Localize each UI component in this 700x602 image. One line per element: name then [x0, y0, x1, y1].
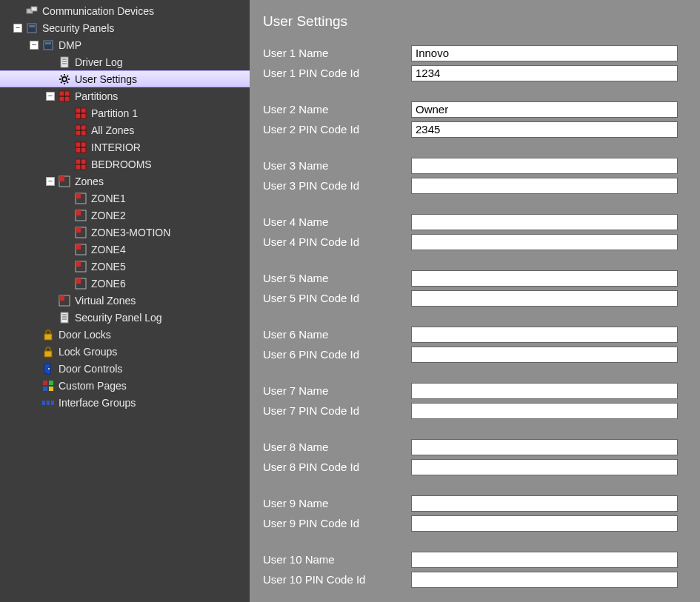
user-name-input[interactable]	[411, 270, 678, 287]
user-block: User 7 NameUser 7 PIN Code Id	[263, 381, 685, 421]
user-name-label: User 4 Name	[263, 215, 411, 228]
user-pin-input[interactable]	[411, 572, 678, 588]
tree-item[interactable]: ZONE5	[0, 258, 250, 275]
user-name-label: User 2 Name	[263, 103, 411, 116]
user-name-input[interactable]	[411, 439, 678, 455]
user-block: User 4 NameUser 4 PIN Code Id	[263, 212, 685, 252]
field-row: User 7 PIN Code Id	[263, 401, 685, 421]
user-pin-input[interactable]	[411, 65, 678, 81]
user-pin-label: User 7 PIN Code Id	[263, 404, 411, 417]
zone-icon	[75, 261, 87, 272]
toggle-spacer	[46, 58, 55, 67]
collapse-toggle-icon[interactable]: −	[46, 177, 55, 186]
gear-icon	[59, 73, 70, 85]
log-icon	[59, 56, 70, 68]
tree-item[interactable]: −Security Panels	[0, 19, 250, 36]
tree-item[interactable]: INTERIOR	[0, 138, 250, 155]
user-pin-input[interactable]	[411, 290, 678, 307]
user-pin-input[interactable]	[411, 234, 678, 250]
sidebar-tree: Communication Devices−Security Panels−DM…	[0, 0, 250, 602]
user-pin-label: User 1 PIN Code Id	[263, 67, 411, 79]
tree-item[interactable]: Door Locks	[0, 326, 250, 343]
tree-item[interactable]: Custom Pages	[0, 377, 250, 394]
collapse-toggle-icon[interactable]: −	[13, 24, 22, 33]
tree-item-label: INTERIOR	[91, 141, 250, 153]
tree-item[interactable]: Door Controls	[0, 360, 250, 377]
toggle-spacer	[30, 330, 39, 339]
user-name-label: User 6 Name	[263, 328, 411, 341]
collapse-toggle-icon[interactable]: −	[46, 92, 55, 101]
zone-icon	[59, 295, 70, 307]
field-row: User 10 Name	[263, 549, 685, 569]
tree-item[interactable]: ZONE1	[0, 190, 250, 207]
tree-item-label: ZONE3-MOTION	[91, 227, 250, 238]
interface-icon	[42, 397, 54, 409]
tree-item[interactable]: Communication Devices	[0, 2, 250, 19]
user-name-input[interactable]	[411, 495, 678, 512]
tree-item-label: Driver Log	[75, 56, 250, 68]
panel-icon	[26, 22, 38, 34]
toggle-spacer	[30, 398, 39, 407]
user-name-input[interactable]	[411, 552, 678, 568]
user-pin-input[interactable]	[411, 347, 678, 363]
user-block: User 1 NameUser 1 PIN Code Id	[263, 43, 685, 83]
tree-item[interactable]: −DMP	[0, 36, 250, 53]
tree-item[interactable]: Security Panel Log	[0, 309, 250, 326]
tree-item[interactable]: ZONE4	[0, 241, 250, 258]
tree-item-label: Security Panel Log	[75, 312, 250, 324]
field-row: User 10 PIN Code Id	[263, 569, 685, 589]
user-pin-label: User 9 PIN Code Id	[263, 517, 411, 529]
user-name-input[interactable]	[411, 383, 678, 399]
tree-item[interactable]: User Settings	[0, 70, 250, 87]
lock-icon	[42, 329, 54, 341]
tree-item[interactable]: All Zones	[0, 121, 250, 138]
user-pin-label: User 10 PIN Code Id	[263, 573, 411, 586]
tree-item[interactable]: Lock Groups	[0, 343, 250, 360]
field-row: User 2 Name	[263, 99, 685, 119]
field-row: User 5 PIN Code Id	[263, 288, 685, 308]
panel-title: User Settings	[263, 13, 685, 30]
tree-item-label: Door Locks	[59, 329, 250, 341]
tree-item[interactable]: −Partitions	[0, 87, 250, 104]
log-icon	[59, 312, 70, 324]
tree-item[interactable]: −Zones	[0, 173, 250, 190]
field-row: User 2 PIN Code Id	[263, 119, 685, 139]
partition-icon	[75, 124, 87, 136]
user-pin-input[interactable]	[411, 121, 678, 138]
toggle-spacer	[62, 109, 71, 118]
user-pin-input[interactable]	[411, 178, 678, 194]
tree-item-label: ZONE1	[91, 193, 250, 204]
tree-item-label: ZONE6	[91, 278, 250, 290]
field-row: User 6 PIN Code Id	[263, 344, 685, 364]
user-name-input[interactable]	[411, 158, 678, 174]
tree-item[interactable]: ZONE6	[0, 275, 250, 292]
user-name-input[interactable]	[411, 214, 678, 230]
zone-icon	[75, 193, 87, 204]
tree-item-label: Security Panels	[42, 22, 250, 34]
user-name-label: User 8 Name	[263, 441, 411, 453]
field-row: User 5 Name	[263, 268, 685, 288]
user-name-label: User 7 Name	[263, 384, 411, 397]
field-row: User 4 PIN Code Id	[263, 232, 685, 252]
tree-item[interactable]: ZONE3-MOTION	[0, 224, 250, 241]
tree-item[interactable]: Partition 1	[0, 104, 250, 121]
collapse-toggle-icon[interactable]: −	[30, 41, 39, 50]
user-pin-input[interactable]	[411, 515, 678, 532]
tree-item[interactable]: Interface Groups	[0, 394, 250, 411]
user-name-input[interactable]	[411, 327, 678, 343]
tree-item-label: Communication Devices	[42, 5, 250, 17]
toggle-spacer	[30, 364, 39, 373]
tree-item[interactable]: ZONE2	[0, 207, 250, 224]
user-block: User 9 NameUser 9 PIN Code Id	[263, 493, 685, 533]
tree-item[interactable]: BEDROOMS	[0, 155, 250, 173]
tree-item-label: DMP	[59, 39, 250, 51]
user-name-input[interactable]	[411, 45, 678, 61]
tree-item[interactable]: Driver Log	[0, 53, 250, 70]
tree-item[interactable]: Virtual Zones	[0, 292, 250, 309]
user-pin-input[interactable]	[411, 459, 678, 475]
toggle-spacer	[30, 347, 39, 356]
user-name-input[interactable]	[411, 101, 678, 118]
toggle-spacer	[13, 7, 22, 16]
user-pin-label: User 6 PIN Code Id	[263, 348, 411, 361]
user-pin-input[interactable]	[411, 403, 678, 419]
